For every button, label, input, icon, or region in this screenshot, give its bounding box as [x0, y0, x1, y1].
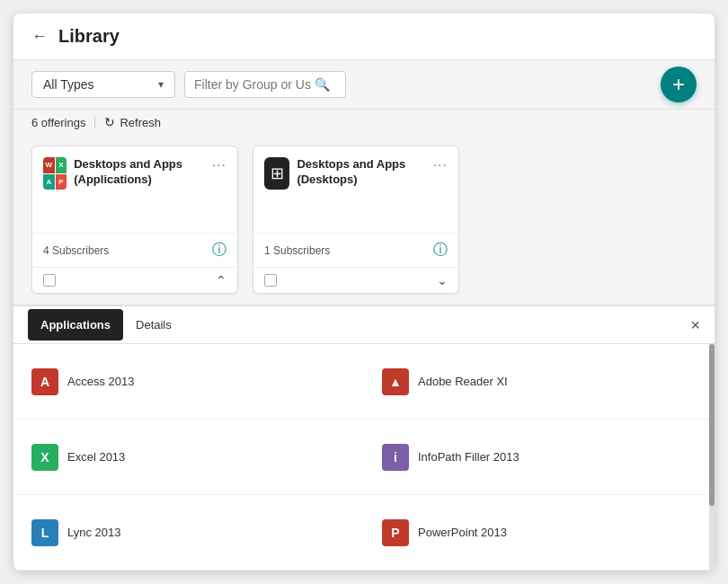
app-name: Adobe Reader XI [418, 375, 508, 388]
card-desktops-more-button[interactable]: ··· [433, 157, 448, 173]
icon-quadrant-3: A [43, 174, 55, 190]
chevron-down-icon: ▾ [158, 78, 164, 91]
card-apps-more-button[interactable]: ··· [212, 157, 226, 173]
card-apps-body [32, 197, 237, 233]
list-item[interactable]: ▲Adobe Reader XI [364, 344, 715, 420]
app-name: Excel 2013 [67, 450, 125, 464]
list-item[interactable]: XExcel 2013 [13, 420, 364, 495]
app-name: InfoPath Filler 2013 [418, 450, 519, 464]
list-item[interactable]: PPowerPoint 2013 [364, 495, 715, 571]
add-button[interactable]: + [661, 66, 697, 102]
type-select-dropdown[interactable]: All Types ▾ [31, 71, 175, 98]
app-icon: L [31, 519, 58, 546]
type-select-label: All Types [43, 77, 94, 92]
divider [94, 116, 95, 128]
card-desktops-icon-title: ⊞ Desktops and Apps (Desktops) [264, 157, 433, 190]
bottom-panel: Applications Details × AAccess 2013▲Adob… [13, 305, 715, 571]
card-apps-actions: ⌃ [32, 267, 237, 293]
app-name: Lync 2013 [67, 526, 121, 539]
card-apps-title: Desktops and Apps (Applications) [74, 157, 211, 188]
list-item[interactable]: iInfoPath Filler 2013 [364, 420, 715, 495]
card-desktops-subscribers: 1 Subscribers [264, 244, 330, 257]
app-icon: A [31, 368, 58, 395]
card-apps-footer: 4 Subscribers ⓘ [32, 233, 237, 267]
header: ← Library [13, 13, 715, 60]
tab-details[interactable]: Details [123, 309, 184, 341]
cards-area: W X A P Desktops and Apps (Applications)… [13, 135, 715, 305]
icon-quadrant-1: W [43, 157, 55, 173]
icon-quadrant-2: X [56, 157, 67, 173]
tab-applications[interactable]: Applications [28, 309, 123, 341]
filter-input-container[interactable]: 🔍 [184, 71, 346, 98]
refresh-label: Refresh [120, 116, 161, 129]
back-button[interactable]: ← [31, 27, 48, 46]
card-apps: W X A P Desktops and Apps (Applications)… [31, 146, 238, 294]
card-apps-collapse-button[interactable]: ⌃ [216, 273, 226, 288]
toolbar: All Types ▾ 🔍 + [13, 60, 715, 110]
card-desktops-actions: ⌄ [253, 267, 458, 293]
card-desktops-body [253, 197, 458, 233]
info-icon-2[interactable]: ⓘ [433, 241, 448, 260]
card-desktops-top: ⊞ Desktops and Apps (Desktops) ··· [253, 146, 458, 197]
card-desktops: ⊞ Desktops and Apps (Desktops) ··· 1 Sub… [253, 146, 459, 294]
info-icon[interactable]: ⓘ [212, 241, 226, 260]
list-item[interactable]: LLync 2013 [13, 495, 364, 571]
card-apps-icon-title: W X A P Desktops and Apps (Applications) [43, 157, 212, 190]
card-apps-checkbox[interactable] [43, 274, 56, 287]
scrollbar-thumb[interactable] [709, 344, 715, 506]
refresh-button[interactable]: ↻ Refresh [104, 115, 161, 129]
main-window: ← Library All Types ▾ 🔍 + 6 offerings ↻ … [13, 13, 715, 571]
card-desktops-icon: ⊞ [264, 157, 289, 190]
card-desktops-checkbox[interactable] [264, 274, 277, 287]
app-name: Access 2013 [67, 375, 134, 388]
app-list: AAccess 2013▲Adobe Reader XIXExcel 2013i… [13, 344, 715, 571]
offerings-bar: 6 offerings ↻ Refresh [13, 110, 715, 135]
card-apps-icon: W X A P [43, 157, 67, 190]
card-apps-top: W X A P Desktops and Apps (Applications)… [32, 146, 237, 197]
refresh-icon: ↻ [104, 115, 115, 129]
card-desktops-footer: 1 Subscribers ⓘ [253, 233, 458, 267]
filter-input[interactable] [194, 77, 311, 92]
offerings-count: 6 offerings [31, 116, 85, 129]
card-desktops-title: Desktops and Apps (Desktops) [297, 157, 432, 188]
page-title: Library [58, 26, 120, 47]
card-desktops-expand-button[interactable]: ⌄ [437, 273, 448, 288]
card-apps-subscribers: 4 Subscribers [43, 244, 109, 257]
app-icon: P [382, 519, 409, 546]
scrollbar-track [709, 344, 715, 571]
search-icon: 🔍 [315, 77, 330, 92]
app-icon: X [31, 444, 58, 471]
app-icon: ▲ [382, 368, 409, 395]
list-item[interactable]: AAccess 2013 [13, 344, 364, 420]
panel-header: Applications Details × [13, 306, 715, 344]
icon-quadrant-4: P [56, 174, 67, 190]
close-panel-button[interactable]: × [690, 317, 700, 333]
app-icon: i [382, 444, 409, 471]
app-name: PowerPoint 2013 [418, 526, 507, 539]
